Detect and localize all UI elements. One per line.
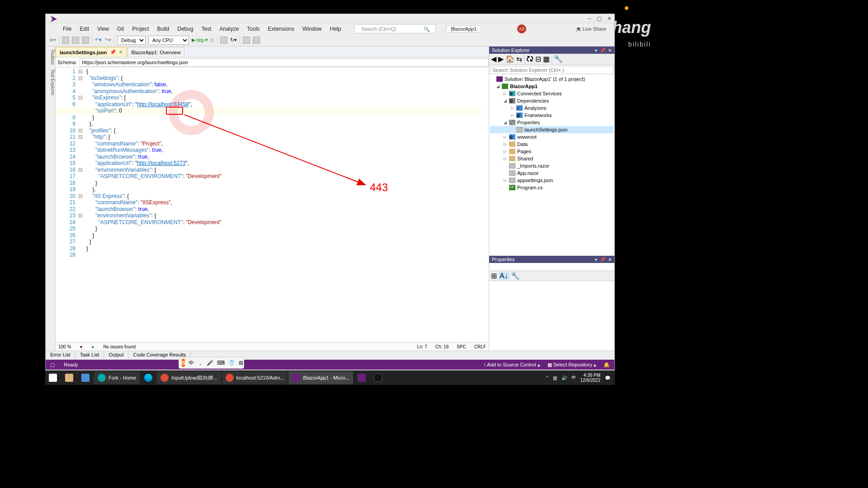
tree-item[interactable]: ▷⊕wwwroot: [490, 133, 613, 141]
refresh-icon[interactable]: 🗘: [526, 55, 533, 63]
solution-search[interactable]: [489, 65, 614, 75]
user-avatar[interactable]: AZ: [517, 24, 526, 33]
close-icon[interactable]: ✕: [607, 15, 612, 22]
menu-git[interactable]: Git: [113, 25, 127, 33]
undo-icon[interactable]: ↶▾: [95, 37, 102, 43]
solution-search-input[interactable]: [490, 66, 613, 74]
code-editor[interactable]: 1234567891011121314151617181920212223242…: [56, 67, 489, 343]
search-input[interactable]: Search (Ctrl+Q) 🔍: [354, 24, 436, 33]
platform-dropdown[interactable]: Any CPU: [148, 36, 189, 45]
tree-item[interactable]: ▷Data: [490, 141, 613, 148]
menu-view[interactable]: View: [94, 25, 113, 33]
menu-edit[interactable]: Edit: [76, 25, 93, 33]
save-all-icon[interactable]: [82, 37, 89, 44]
fwd-icon[interactable]: ▶: [498, 55, 504, 63]
select-repo[interactable]: ▦ Select Repository ▴: [547, 362, 596, 368]
tree-item-selected[interactable]: launchSettings.json: [490, 126, 613, 133]
tree-item[interactable]: ▷⊞Frameworks: [490, 112, 613, 119]
skin-icon[interactable]: 👕: [228, 360, 235, 366]
menu-help[interactable]: Help: [326, 25, 345, 33]
toolbar-btn[interactable]: ↻▾: [230, 37, 237, 43]
dropdown-icon[interactable]: ▾: [595, 257, 597, 262]
terminal-icon[interactable]: [370, 371, 386, 384]
keyboard-icon[interactable]: ⌨: [217, 360, 225, 366]
tab-overview[interactable]: BlazorApp1: Overview: [127, 47, 185, 57]
task-list-tab[interactable]: Task List: [75, 351, 104, 360]
project-node[interactable]: ◢BlazorApp1: [490, 83, 613, 90]
start-button[interactable]: ⊞: [45, 371, 61, 384]
menu-debug[interactable]: Debug: [174, 25, 197, 33]
run-no-debug-icon[interactable]: ▷: [211, 37, 214, 43]
run-button[interactable]: http ▾: [192, 37, 208, 43]
solution-tree[interactable]: Solution 'BlazorApp1' (1 of 1 project) ◢…: [489, 75, 614, 256]
close-icon[interactable]: ✕: [608, 257, 612, 262]
live-share-button[interactable]: 🟊 Live Share: [572, 25, 610, 33]
menu-extensions[interactable]: Extensions: [264, 25, 298, 33]
properties-icon[interactable]: 🔧: [554, 55, 563, 63]
toolbar-btn[interactable]: [220, 37, 227, 44]
back-icon[interactable]: ◀: [491, 55, 496, 63]
taskbar-item[interactable]: Fork - Home: [94, 371, 140, 384]
open-icon[interactable]: [62, 37, 69, 44]
alpha-icon[interactable]: A↓: [499, 272, 509, 280]
system-tray[interactable]: ˄ ▥ 🔊 中 4:38 PM 12/6/2022 💬: [546, 373, 615, 383]
ime-lang[interactable]: 中: [189, 359, 194, 367]
issues-status[interactable]: No issues found: [103, 344, 136, 349]
tree-item[interactable]: _Imports.razor: [490, 162, 613, 169]
left-tool-rail[interactable]: Toolbox Test Explorer: [46, 47, 56, 351]
menu-analyze[interactable]: Analyze: [216, 25, 243, 33]
add-source-control[interactable]: ↑ Add to Source Control ▴: [483, 362, 540, 368]
code-content[interactable]: { "iisSettings": { "windowsAuthenticatio…: [86, 67, 489, 343]
tray-icon[interactable]: ▥: [553, 375, 557, 380]
menu-build[interactable]: Build: [154, 25, 173, 33]
config-dropdown[interactable]: Debug: [117, 36, 146, 45]
sogou-icon[interactable]: S: [182, 359, 185, 367]
tree-item[interactable]: ◢⊞Dependencies: [490, 97, 613, 104]
taskbar-item[interactable]: localhost:5210/Adm...: [222, 371, 288, 384]
menu-project[interactable]: Project: [128, 25, 152, 33]
edge-icon[interactable]: [141, 371, 156, 384]
pin-icon[interactable]: 📌: [110, 49, 116, 55]
tree-item[interactable]: App.razor: [490, 169, 613, 177]
taskbar-item[interactable]: InputUpload双向绑...: [157, 371, 221, 384]
minimize-icon[interactable]: ─: [587, 15, 591, 22]
schema-input[interactable]: [80, 58, 489, 66]
pin-icon[interactable]: 📌: [600, 257, 605, 262]
clock-date[interactable]: 12/6/2022: [580, 378, 601, 383]
mic-icon[interactable]: 🎤: [207, 360, 213, 366]
tree-item[interactable]: ▷appsettings.json: [490, 177, 613, 184]
ime-punct[interactable]: ，: [198, 359, 203, 367]
sync-icon[interactable]: ⇆: [516, 55, 522, 63]
window-controls[interactable]: ─ ▢ ✕: [587, 15, 612, 22]
tree-item[interactable]: ▷Shared: [490, 155, 613, 162]
test-explorer-tab[interactable]: Test Explorer: [46, 69, 55, 95]
zoom-level[interactable]: 100 %: [58, 344, 71, 349]
taskbar-item[interactable]: [78, 371, 93, 384]
menu-window[interactable]: Window: [299, 25, 326, 33]
toolbox-tab[interactable]: Toolbox: [46, 49, 55, 65]
show-all-icon[interactable]: ▦: [543, 55, 550, 63]
close-icon[interactable]: ✕: [608, 48, 612, 53]
ime-toolbar[interactable]: S 中 ， 🎤 ⌨ 👕 ⊞: [179, 357, 244, 369]
clock-time[interactable]: 4:38 PM: [580, 373, 601, 378]
solution-node[interactable]: Solution 'BlazorApp1' (1 of 1 project): [490, 75, 613, 83]
tree-item[interactable]: ▷Pages: [490, 148, 613, 155]
close-tab-icon[interactable]: ✕: [119, 50, 123, 55]
solution-name-badge[interactable]: BlazorApp1: [446, 25, 481, 33]
grid-icon[interactable]: ⊞: [239, 360, 243, 366]
menu-test[interactable]: Test: [198, 25, 215, 33]
maximize-icon[interactable]: ▢: [597, 15, 602, 22]
categorize-icon[interactable]: ⊞: [491, 272, 497, 280]
toolbar-btn[interactable]: [243, 37, 250, 44]
tab-launchsettings[interactable]: launchSettings.json 📌 ✕: [56, 47, 127, 57]
volume-icon[interactable]: 🔊: [561, 375, 567, 380]
tree-item[interactable]: ▷✓Analyzers: [490, 104, 613, 112]
pin-icon[interactable]: 📌: [600, 48, 605, 53]
collapse-icon[interactable]: ⊟: [535, 55, 541, 63]
redo-icon[interactable]: ↷▾: [104, 37, 111, 43]
taskbar-item[interactable]: BlazorApp1 - Micro...: [288, 371, 353, 384]
tray-chevron-icon[interactable]: ˄: [546, 375, 548, 380]
save-icon[interactable]: [72, 37, 79, 44]
menu-tools[interactable]: Tools: [243, 25, 263, 33]
tree-item[interactable]: ◢🔧Properties: [490, 119, 613, 126]
